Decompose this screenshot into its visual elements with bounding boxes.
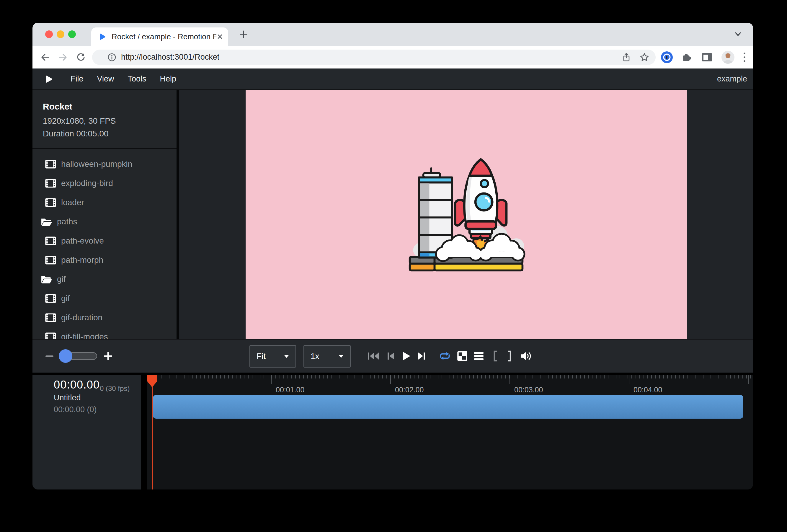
zoom-in-icon[interactable] — [104, 352, 112, 360]
timeline-divider — [141, 375, 147, 489]
composition-info: Rocket 1920x1080, 30 FPS Duration 00:05.… — [33, 90, 176, 149]
ruler-second-ticks[interactable] — [271, 375, 753, 384]
site-info-icon[interactable] — [107, 53, 116, 62]
bookmark-star-icon[interactable] — [640, 52, 649, 62]
profile-avatar[interactable] — [721, 50, 735, 64]
minimize-window-button[interactable] — [57, 30, 64, 38]
sequence-track-bar[interactable] — [153, 395, 743, 419]
film-icon — [45, 236, 56, 245]
sidebar-divider[interactable] — [176, 90, 179, 339]
skip-to-start-button[interactable] — [367, 352, 380, 360]
sidebar-item-gif-fill-modes[interactable]: gif-fill-modes — [33, 327, 176, 339]
timeline-info-panel: 00:00.00 0 (30 fps) Untitled 00:00.00 (0… — [33, 375, 141, 489]
composition-duration: Duration 00:05.00 — [43, 129, 171, 139]
remotion-favicon-icon — [98, 33, 106, 41]
menu-tools[interactable]: Tools — [121, 75, 153, 84]
composition-title: Rocket — [43, 102, 171, 112]
menu-help[interactable]: Help — [153, 75, 183, 84]
zoom-controls — [45, 340, 112, 373]
browser-window: Rocket / example - Remotion P http://loc… — [33, 23, 753, 489]
new-tab-button[interactable] — [239, 30, 248, 39]
password-manager-icon[interactable] — [660, 51, 673, 64]
browser-toolbar: http://localhost:3001/Rocket — [33, 46, 753, 68]
next-frame-button[interactable] — [418, 352, 426, 360]
film-icon — [45, 256, 56, 264]
open-folder-icon — [41, 275, 52, 284]
rocket-illustration — [404, 155, 528, 274]
sidebar-folder-paths[interactable]: paths — [33, 212, 176, 231]
close-tab-icon[interactable] — [216, 33, 224, 40]
traffic-lights — [45, 30, 76, 38]
playhead-pin[interactable] — [147, 375, 157, 387]
preview-stage — [179, 90, 753, 339]
sidebar-item-label: gif — [61, 294, 70, 303]
close-window-button[interactable] — [45, 30, 53, 38]
toolbar-extensions — [660, 50, 746, 64]
side-panel-icon[interactable] — [701, 51, 713, 63]
url-text[interactable]: http://localhost:3001/Rocket — [121, 52, 219, 62]
transparency-checkerboard-icon[interactable] — [457, 350, 468, 362]
in-point-bracket-icon[interactable] — [493, 350, 498, 362]
timeline-track-area[interactable]: 00:01.00 00:02.00 00:03.00 00:04.00 — [147, 375, 753, 489]
timeline-panel: 00:00.00 0 (30 fps) Untitled 00:00.00 (0… — [33, 375, 753, 489]
previous-frame-button[interactable] — [386, 352, 395, 360]
sidebar-item-label: gif-fill-modes — [61, 332, 108, 339]
sidebar-item-label: loader — [61, 198, 84, 207]
forward-icon[interactable] — [58, 52, 68, 62]
address-bar[interactable]: http://localhost:3001/Rocket — [92, 49, 656, 65]
remotion-menubar: File View Tools Help example — [33, 68, 753, 90]
reload-icon[interactable] — [76, 52, 86, 62]
tab-strip: Rocket / example - Remotion P — [33, 23, 753, 46]
sidebar-folder-gif[interactable]: gif — [33, 270, 176, 289]
zoom-slider[interactable] — [60, 352, 97, 360]
tab-title: Rocket / example - Remotion P — [112, 32, 216, 41]
film-icon — [45, 333, 56, 339]
ruler-label: 00:04.00 — [634, 386, 662, 394]
ruler-label: 00:03.00 — [514, 386, 543, 394]
sidebar-item-gif[interactable]: gif — [33, 289, 176, 308]
composition-resolution: 1920x1080, 30 FPS — [43, 116, 171, 126]
active-tab[interactable]: Rocket / example - Remotion P — [91, 27, 228, 46]
out-point-bracket-icon[interactable] — [507, 350, 512, 362]
zoom-window-button[interactable] — [68, 30, 76, 38]
back-icon[interactable] — [40, 52, 50, 62]
playback-rate-dropdown[interactable]: 1x — [303, 345, 351, 367]
chevron-down-icon — [339, 355, 344, 358]
sidebar-item-gif-duration[interactable]: gif-duration — [33, 308, 176, 327]
sidebar-item-loader[interactable]: loader — [33, 193, 176, 212]
open-folder-icon — [41, 217, 52, 226]
extensions-puzzle-icon[interactable] — [682, 52, 693, 63]
browser-menu-dots-icon[interactable] — [743, 52, 746, 63]
film-icon — [45, 198, 56, 207]
main-area: Rocket 1920x1080, 30 FPS Duration 00:05.… — [33, 90, 753, 339]
video-canvas — [246, 90, 687, 339]
sidebar-item-path-evolve[interactable]: path-evolve — [33, 231, 176, 250]
volume-icon[interactable] — [520, 351, 533, 361]
play-button[interactable] — [402, 351, 411, 361]
track-duration: 00:00.00 (0) — [54, 405, 97, 414]
menu-view[interactable]: View — [90, 75, 121, 84]
zoom-out-icon[interactable] — [45, 356, 54, 357]
horizontal-divider — [33, 373, 753, 375]
sidebar-item-path-morph[interactable]: path-morph — [33, 250, 176, 270]
playback-rate-value: 1x — [311, 352, 319, 361]
sidebar-item-label: exploding-bird — [61, 178, 113, 188]
track-name: Untitled — [54, 393, 81, 402]
share-icon[interactable] — [622, 52, 631, 62]
tab-search-chevron-icon[interactable] — [735, 32, 741, 36]
sidebar-item-halloween-pumpkin[interactable]: halloween-pumpkin — [33, 154, 176, 174]
remotion-logo-icon — [44, 75, 53, 84]
loop-toggle-icon[interactable] — [439, 351, 451, 361]
menu-file[interactable]: File — [64, 75, 90, 84]
ruler-label: 00:01.00 — [276, 386, 304, 394]
sidebar-item-exploding-bird[interactable]: exploding-bird — [33, 174, 176, 193]
preview-controls-bar: Fit 1x — [33, 339, 753, 373]
playhead-line[interactable] — [152, 375, 153, 489]
sidebar-item-label: gif — [57, 275, 66, 284]
compositions-sidebar: Rocket 1920x1080, 30 FPS Duration 00:05.… — [33, 90, 176, 339]
film-icon — [45, 160, 56, 169]
zoom-slider-knob[interactable] — [59, 349, 72, 363]
film-icon — [45, 313, 56, 322]
size-dropdown[interactable]: Fit — [250, 345, 296, 367]
timeline-rows-icon[interactable] — [473, 351, 484, 361]
